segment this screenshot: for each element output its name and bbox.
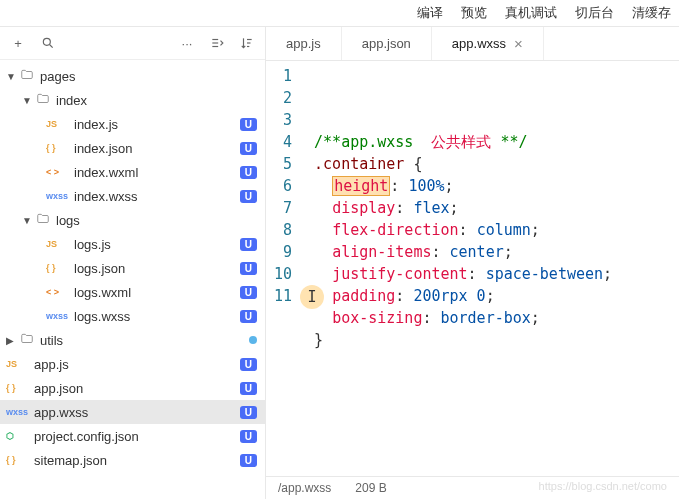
new-file-button[interactable]: +	[8, 33, 28, 53]
file-type-icon: wxss	[46, 191, 70, 201]
git-status-badge: U	[240, 382, 257, 395]
sidebar: + ··· ▼pages▼indexJSindex.jsU{ }index.js…	[0, 27, 266, 499]
git-status-badge: U	[240, 286, 257, 299]
top-menu-item[interactable]: 真机调试	[505, 4, 557, 22]
tree-item-label: app.wxss	[34, 405, 240, 420]
tree-file[interactable]: JSlogs.jsU	[0, 232, 265, 256]
tree-folder[interactable]: ▼pages	[0, 64, 265, 88]
tree-file[interactable]: wxsslogs.wxssU	[0, 304, 265, 328]
tree-file[interactable]: JSindex.jsU	[0, 112, 265, 136]
close-icon[interactable]: ×	[514, 35, 523, 52]
top-menu-item[interactable]: 切后台	[575, 4, 614, 22]
git-status-badge: U	[240, 310, 257, 323]
sort-icon	[240, 36, 254, 50]
tree-item-label: logs	[56, 213, 257, 228]
search-button[interactable]	[38, 33, 58, 53]
tree-item-label: index	[56, 93, 257, 108]
code-line: align-items: center;	[314, 241, 612, 263]
tab-label: app.wxss	[452, 36, 506, 51]
line-number: 10	[274, 263, 292, 285]
file-type-icon: wxss	[6, 407, 30, 417]
file-type-icon: { }	[46, 143, 70, 153]
file-type-icon: { }	[6, 383, 30, 393]
tree-file[interactable]: { }logs.jsonU	[0, 256, 265, 280]
code-line: /**app.wxss 公共样式 **/	[314, 131, 612, 153]
tree-folder[interactable]: ▶utils	[0, 328, 265, 352]
git-status-badge: U	[240, 262, 257, 275]
git-status-badge: U	[240, 238, 257, 251]
tree-item-label: index.js	[74, 117, 240, 132]
code-line: height: 100%;	[314, 175, 612, 197]
tree-folder[interactable]: ▼index	[0, 88, 265, 112]
line-number: 7	[274, 197, 292, 219]
top-menu-item[interactable]: 预览	[461, 4, 487, 22]
line-number: 9	[274, 241, 292, 263]
main-area: + ··· ▼pages▼indexJSindex.jsU{ }index.js…	[0, 27, 679, 499]
code-line: flex-direction: column;	[314, 219, 612, 241]
svg-line-1	[50, 45, 53, 48]
tree-item-label: sitemap.json	[34, 453, 240, 468]
tree-file[interactable]: < >index.wxmlU	[0, 160, 265, 184]
file-type-icon: < >	[46, 167, 70, 177]
line-number: 3	[274, 109, 292, 131]
git-status-badge: U	[240, 166, 257, 179]
tree-file[interactable]: ⬡project.config.jsonU	[0, 424, 265, 448]
editor-pane: app.jsapp.jsonapp.wxss× 1234567891011 I …	[266, 27, 679, 499]
code-line: display: flex;	[314, 197, 612, 219]
code-line: box-sizing: border-box;	[314, 307, 612, 329]
cursor-highlight-icon: I	[300, 285, 324, 309]
search-icon	[41, 36, 55, 50]
tree-file[interactable]: wxssindex.wxssU	[0, 184, 265, 208]
line-number: 2	[274, 87, 292, 109]
tree-file[interactable]: < >logs.wxmlU	[0, 280, 265, 304]
file-tree: ▼pages▼indexJSindex.jsU{ }index.jsonU< >…	[0, 60, 265, 499]
status-path: /app.wxss	[278, 481, 331, 495]
tab-label: app.json	[362, 36, 411, 51]
top-menu-item[interactable]: 编译	[417, 4, 443, 22]
top-menu-item[interactable]: 清缓存	[632, 4, 671, 22]
code-line: padding: 200rpx 0;	[314, 285, 612, 307]
chevron-icon: ▶	[6, 335, 20, 346]
editor-tab[interactable]: app.json	[342, 27, 432, 60]
code-editor[interactable]: 1234567891011 I /**app.wxss 公共样式 **/.con…	[266, 61, 679, 476]
tree-folder[interactable]: ▼logs	[0, 208, 265, 232]
chevron-icon: ▼	[6, 71, 20, 82]
tree-file[interactable]: { }app.jsonU	[0, 376, 265, 400]
tree-item-label: app.json	[34, 381, 240, 396]
code-line: }	[314, 329, 612, 351]
more-button[interactable]: ···	[177, 33, 197, 53]
tree-item-label: index.wxss	[74, 189, 240, 204]
tree-item-label: pages	[40, 69, 257, 84]
tree-file[interactable]: { }index.jsonU	[0, 136, 265, 160]
tree-item-label: logs.json	[74, 261, 240, 276]
file-type-icon: < >	[46, 287, 70, 297]
tree-item-label: index.json	[74, 141, 240, 156]
top-menu: 编译预览真机调试切后台清缓存	[0, 0, 679, 27]
tree-item-label: logs.wxss	[74, 309, 240, 324]
code-line: .container {	[314, 153, 612, 175]
sidebar-toolbar: + ···	[0, 27, 265, 60]
file-type-icon: { }	[46, 263, 70, 273]
folder-icon	[20, 332, 36, 349]
tree-file[interactable]: JSapp.jsU	[0, 352, 265, 376]
tree-file[interactable]: { }sitemap.jsonU	[0, 448, 265, 472]
status-size: 209 B	[355, 481, 386, 495]
line-number: 11	[274, 285, 292, 307]
git-status-badge: U	[240, 118, 257, 131]
collapse-button[interactable]	[207, 33, 227, 53]
svg-point-0	[43, 38, 50, 45]
sort-button[interactable]	[237, 33, 257, 53]
file-type-icon: JS	[46, 239, 70, 249]
tree-item-label: logs.js	[74, 237, 240, 252]
chevron-icon: ▼	[22, 95, 36, 106]
editor-tab[interactable]: app.wxss×	[432, 27, 544, 60]
code-body[interactable]: I /**app.wxss 公共样式 **/.container { heigh…	[306, 61, 620, 476]
git-status-badge: U	[240, 454, 257, 467]
file-type-icon: { }	[6, 455, 30, 465]
folder-icon	[36, 212, 52, 229]
line-gutter: 1234567891011	[266, 61, 306, 476]
tree-file[interactable]: wxssapp.wxssU	[0, 400, 265, 424]
editor-tab[interactable]: app.js	[266, 27, 342, 60]
line-number: 4	[274, 131, 292, 153]
tree-item-label: project.config.json	[34, 429, 240, 444]
